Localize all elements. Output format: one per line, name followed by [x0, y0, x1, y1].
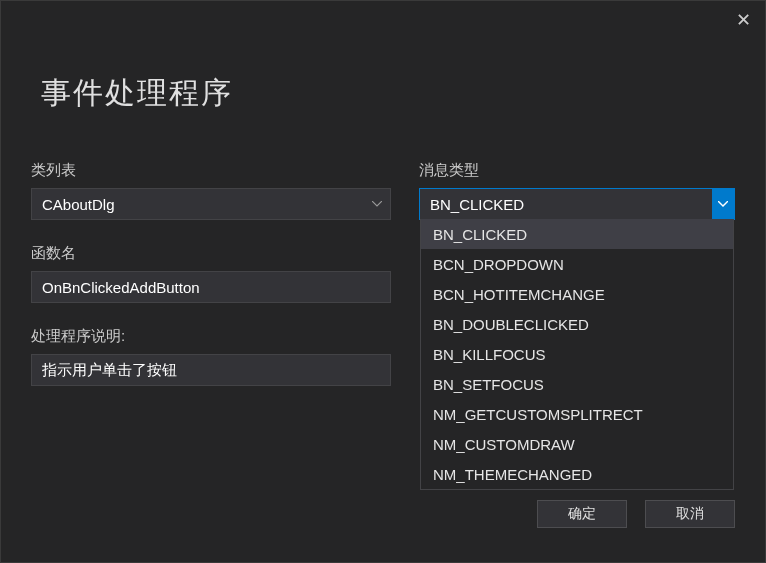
function-name-label: 函数名	[31, 244, 391, 263]
handler-desc-value: 指示用户单击了按钮	[42, 361, 177, 380]
class-list-select[interactable]: CAboutDlg	[31, 188, 391, 220]
dropdown-item[interactable]: NM_GETCUSTOMSPLITRECT	[421, 399, 733, 429]
handler-desc-field: 处理程序说明: 指示用户单击了按钮	[31, 327, 391, 386]
cancel-button[interactable]: 取消	[645, 500, 735, 528]
class-list-field: 类列表 CAboutDlg	[31, 161, 391, 220]
dialog-content: 类列表 CAboutDlg 消息类型 BN_CLICKED	[31, 161, 735, 386]
class-list-label: 类列表	[31, 161, 391, 180]
function-name-input[interactable]: OnBnClickedAddButton	[31, 271, 391, 303]
chevron-down-icon	[372, 201, 382, 207]
dropdown-item[interactable]: BN_CLICKED	[421, 219, 733, 249]
class-list-value: CAboutDlg	[42, 196, 115, 213]
dialog-buttons: 确定 取消	[537, 500, 735, 528]
message-type-label: 消息类型	[419, 161, 735, 180]
dropdown-item[interactable]: BN_SETFOCUS	[421, 369, 733, 399]
chevron-down-icon	[712, 189, 734, 219]
dialog-title: 事件处理程序	[41, 73, 233, 114]
function-name-field: 函数名 OnBnClickedAddButton	[31, 244, 391, 303]
close-icon[interactable]: ✕	[736, 11, 751, 29]
message-type-field: 消息类型 BN_CLICKED BN_CLICKED BCN_DROPDOWN …	[419, 161, 735, 220]
dropdown-item[interactable]: BN_KILLFOCUS	[421, 339, 733, 369]
event-handler-dialog: ✕ 事件处理程序 类列表 CAboutDlg 消息类型 BN_CLICKED	[0, 0, 766, 563]
handler-desc-label: 处理程序说明:	[31, 327, 391, 346]
dropdown-item[interactable]: NM_THEMECHANGED	[421, 459, 733, 489]
message-type-dropdown: BN_CLICKED BCN_DROPDOWN BCN_HOTITEMCHANG…	[420, 219, 734, 490]
function-name-value: OnBnClickedAddButton	[42, 279, 200, 296]
message-type-value: BN_CLICKED	[430, 196, 524, 213]
dropdown-item[interactable]: BN_DOUBLECLICKED	[421, 309, 733, 339]
handler-desc-text: 指示用户单击了按钮	[31, 354, 391, 386]
ok-button[interactable]: 确定	[537, 500, 627, 528]
dropdown-item[interactable]: BCN_DROPDOWN	[421, 249, 733, 279]
dropdown-item[interactable]: NM_CUSTOMDRAW	[421, 429, 733, 459]
dropdown-item[interactable]: BCN_HOTITEMCHANGE	[421, 279, 733, 309]
message-type-select[interactable]: BN_CLICKED BN_CLICKED BCN_DROPDOWN BCN_H…	[419, 188, 735, 220]
